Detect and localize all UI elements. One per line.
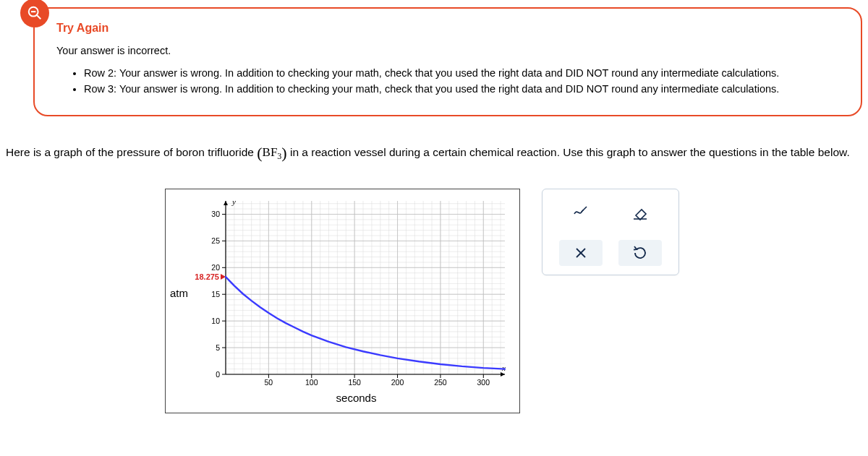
svg-text:250: 250 bbox=[434, 378, 447, 387]
chart-frame: atm yx5010015020025030005101520253018.27… bbox=[165, 189, 520, 413]
draw-tool-button[interactable] bbox=[559, 199, 603, 225]
eraser-tool-button[interactable] bbox=[618, 199, 662, 225]
svg-text:y: y bbox=[231, 197, 236, 206]
feedback-title: Try Again bbox=[56, 22, 843, 35]
chart-xlabel: seconds bbox=[170, 392, 511, 404]
svg-text:200: 200 bbox=[391, 378, 404, 387]
feedback-item: Row 2: Your answer is wrong. In addition… bbox=[84, 65, 843, 81]
svg-text:50: 50 bbox=[265, 378, 273, 387]
question-prefix: Here is a graph of the pressure of boron… bbox=[6, 146, 257, 158]
svg-text:x: x bbox=[501, 363, 506, 372]
feedback-panel: Try Again Your answer is incorrect. Row … bbox=[33, 7, 862, 116]
svg-text:300: 300 bbox=[477, 378, 490, 387]
svg-text:10: 10 bbox=[211, 316, 220, 324]
zoom-icon bbox=[20, 0, 49, 27]
svg-text:18.275: 18.275 bbox=[195, 272, 219, 281]
feedback-list: Row 2: Your answer is wrong. In addition… bbox=[56, 65, 843, 98]
feedback-item: Row 3: Your answer is wrong. In addition… bbox=[84, 81, 843, 97]
clear-button[interactable] bbox=[559, 240, 603, 266]
feedback-subtitle: Your answer is incorrect. bbox=[56, 45, 843, 56]
formula-base: BF bbox=[263, 145, 278, 159]
chart-ylabel: atm bbox=[170, 287, 188, 299]
svg-marker-84 bbox=[224, 201, 228, 205]
question-suffix: in a reaction vessel during a certain ch… bbox=[287, 146, 850, 158]
svg-text:5: 5 bbox=[216, 343, 220, 351]
svg-text:150: 150 bbox=[348, 378, 361, 387]
svg-text:30: 30 bbox=[211, 210, 220, 218]
svg-text:15: 15 bbox=[211, 289, 220, 298]
chart-tools-panel bbox=[542, 189, 679, 275]
svg-marker-85 bbox=[501, 372, 505, 377]
question-text: Here is a graph of the pressure of boron… bbox=[6, 138, 862, 168]
reset-button[interactable] bbox=[618, 240, 662, 266]
svg-text:25: 25 bbox=[211, 236, 220, 245]
svg-text:20: 20 bbox=[211, 263, 220, 272]
svg-line-1 bbox=[37, 15, 41, 20]
chart-plot[interactable]: yx5010015020025030005101520253018.275 bbox=[192, 197, 511, 390]
svg-text:0: 0 bbox=[216, 369, 220, 378]
svg-text:100: 100 bbox=[305, 378, 318, 387]
